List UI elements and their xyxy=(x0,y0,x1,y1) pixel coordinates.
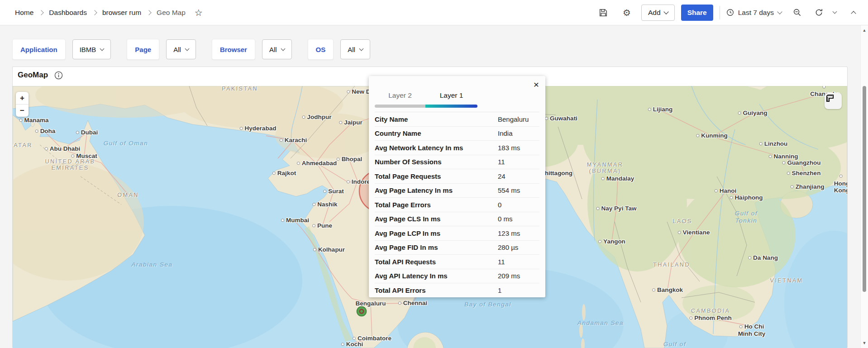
popup-row-label: Avg Page Latency In ms xyxy=(375,186,498,194)
chevron-down-icon xyxy=(777,9,782,14)
add-button-label: Add xyxy=(648,9,661,17)
popup-row-value: 0 xyxy=(498,201,501,209)
map-label-city: Linzhou xyxy=(759,140,788,148)
breadcrumb-current: Geo Map xyxy=(157,9,186,17)
popup-row: Avg Network Latency In ms183 ms xyxy=(375,141,539,155)
popup-row: Total Page Errors0 xyxy=(375,198,539,212)
map-label-city: Nay Pyi Taw xyxy=(596,205,637,212)
map-label-city: Ahmedabad xyxy=(297,160,337,167)
popup-row: Avg Page FID In ms280 µs xyxy=(375,241,539,255)
popup-row-label: Total API Requests xyxy=(375,258,498,266)
popup-tab-indicator xyxy=(375,105,477,108)
map-label-city: Bhopal xyxy=(337,156,362,163)
map-label-city: Nashik xyxy=(312,201,337,208)
map-label-city: Jodhpur xyxy=(302,114,332,121)
map-zoom-control: + − xyxy=(16,92,29,117)
map-label-city: Da Nang xyxy=(748,254,778,262)
filter-label-os[interactable]: OS xyxy=(308,39,334,60)
breadcrumb-home[interactable]: Home xyxy=(15,9,33,17)
scrollbar-thumb[interactable] xyxy=(863,86,866,292)
map-label-country: OMAN xyxy=(117,192,139,198)
share-button[interactable]: Share xyxy=(681,5,713,21)
close-icon[interactable]: × xyxy=(534,80,539,89)
favorite-star-icon[interactable]: ☆ xyxy=(195,8,203,17)
breadcrumb-dashboards[interactable]: Dashboards xyxy=(49,9,87,17)
filter-label-application[interactable]: Application xyxy=(12,39,66,60)
chevron-down-icon xyxy=(359,46,364,51)
popup-row-label: Country Name xyxy=(375,129,498,137)
map-measure-button[interactable] xyxy=(825,93,842,109)
map-label-city: Indore xyxy=(347,178,370,186)
map-label-city: Dubai xyxy=(76,129,98,136)
map-label-country: VIETNAM xyxy=(770,277,803,284)
filter-bar: ApplicationIBMBPageAllBrowserAllOSAll xyxy=(12,39,386,60)
chevron-right-icon xyxy=(146,10,151,15)
breadcrumb-folder[interactable]: browser rum xyxy=(102,9,141,17)
popup-row: Total Page Requests24 xyxy=(375,169,539,184)
page-scrollbar: ▲ ▼ xyxy=(860,25,868,348)
popup-row-value: India xyxy=(498,129,513,137)
map-label-city: Manama xyxy=(19,117,48,124)
header: Home Dashboards browser rum Geo Map ☆ ⚙ … xyxy=(0,0,868,25)
scroll-down-icon[interactable]: ▼ xyxy=(862,341,867,345)
chevron-right-icon xyxy=(39,10,44,15)
popup-row-label: Total Page Errors xyxy=(375,201,498,209)
popup-row-value: 554 ms xyxy=(498,186,520,194)
map-label-country: MYANMAR (BURMA) xyxy=(587,162,623,175)
map-label-country: QATAR xyxy=(13,142,33,148)
map-label-city: Kochi xyxy=(341,341,363,348)
collapse-header-icon[interactable] xyxy=(851,11,856,16)
map-label-city: Ho Chi Minh City xyxy=(738,323,766,337)
map-label-city: Guwahati xyxy=(545,115,577,122)
map-label-sea: Gulf of Oman xyxy=(104,140,148,147)
map-label-city: Pune xyxy=(312,222,332,229)
save-icon[interactable] xyxy=(597,6,610,19)
map-label-city: Kunming xyxy=(696,132,728,139)
popup-row-value: 1 xyxy=(498,286,501,294)
info-icon[interactable] xyxy=(54,71,63,80)
zoom-out-time-icon[interactable] xyxy=(791,6,803,19)
time-range-picker[interactable]: Last 7 days xyxy=(726,9,782,17)
filter-value-dropdown-application[interactable]: IBMB xyxy=(72,39,111,59)
settings-gear-icon[interactable]: ⚙ xyxy=(620,6,633,19)
panel-header: GeoMap xyxy=(18,71,63,80)
popup-row-value: 209 ms xyxy=(498,272,520,280)
chevron-down-icon xyxy=(100,46,105,51)
chevron-down-icon xyxy=(281,46,285,51)
filter-value-dropdown-os[interactable]: All xyxy=(340,39,370,59)
tab-indicator-inactive xyxy=(375,105,425,108)
popup-row-label: Number Of Sessions xyxy=(375,158,498,166)
map-label-sea: Bay of Bengal xyxy=(464,301,511,308)
popup-row: City NameBengaluru xyxy=(375,112,539,127)
header-toolbar: ⚙ Add Share Last 7 days xyxy=(597,5,855,21)
refresh-icon[interactable] xyxy=(812,6,825,19)
filter-value-dropdown-page[interactable]: All xyxy=(166,39,196,59)
dashboard-page: Home Dashboards browser rum Geo Map ☆ ⚙ … xyxy=(0,0,868,348)
map-label-country: LAOS xyxy=(672,218,692,224)
map-label-city: Doha xyxy=(35,128,56,135)
map-label-city: Coimbatore xyxy=(353,335,391,342)
map-zoom-out-button[interactable]: − xyxy=(16,104,29,117)
map-label-city: Rajkot xyxy=(272,170,296,177)
map-zoom-in-button[interactable]: + xyxy=(16,92,29,104)
popup-row-label: Avg Page LCP In ms xyxy=(375,229,498,237)
tab-layer-1[interactable]: Layer 1 xyxy=(425,91,477,104)
refresh-interval-chevron-icon[interactable] xyxy=(833,10,837,14)
popup-row: Avg Page Latency In ms554 ms xyxy=(375,184,539,198)
map-label-city: Kolhapur xyxy=(313,246,345,253)
add-button[interactable]: Add xyxy=(641,5,675,21)
filter-value-dropdown-browser[interactable]: All xyxy=(262,39,292,59)
scroll-up-icon[interactable]: ▲ xyxy=(862,28,867,33)
filter-label-browser[interactable]: Browser xyxy=(212,39,255,60)
filter-label-page[interactable]: Page xyxy=(127,39,159,60)
map-label-city: Mandalay xyxy=(601,175,634,182)
tab-layer-2[interactable]: Layer 2 xyxy=(375,91,425,104)
popup-row: Avg Page LCP In ms123 ms xyxy=(375,226,539,241)
popup-row: Country NameIndia xyxy=(375,127,539,141)
chevron-right-icon xyxy=(92,10,97,15)
popup-row-value: 11 xyxy=(498,258,505,266)
map-label-country: UNITED ARAB EMIRATES xyxy=(45,158,95,172)
filter-group-page: PageAll xyxy=(127,39,196,60)
filter-value-text: All xyxy=(173,46,181,53)
map-label-city: Haiphong xyxy=(730,194,763,201)
